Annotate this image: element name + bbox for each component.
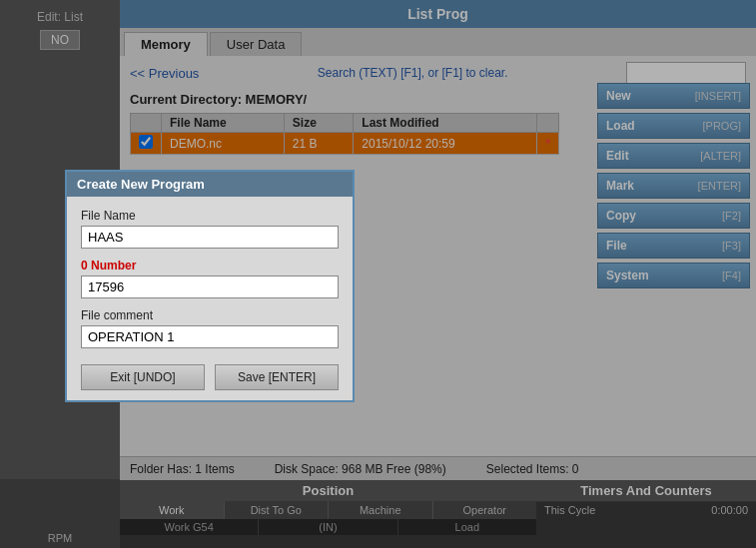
file-name-input[interactable] (81, 226, 339, 249)
comment-input[interactable] (81, 325, 339, 348)
comment-label: File comment (81, 308, 339, 322)
number-input[interactable] (81, 275, 339, 298)
create-new-program-modal: Create New Program File Name 0 Number Fi… (65, 170, 355, 402)
modal-body: File Name 0 Number File comment (67, 209, 353, 358)
modal-buttons: Exit [UNDO] Save [ENTER] (67, 358, 353, 390)
save-button[interactable]: Save [ENTER] (215, 364, 339, 390)
file-name-label: File Name (81, 209, 339, 223)
number-label: 0 Number (81, 259, 339, 273)
modal-title: Create New Program (67, 172, 353, 197)
exit-button[interactable]: Exit [UNDO] (81, 364, 205, 390)
